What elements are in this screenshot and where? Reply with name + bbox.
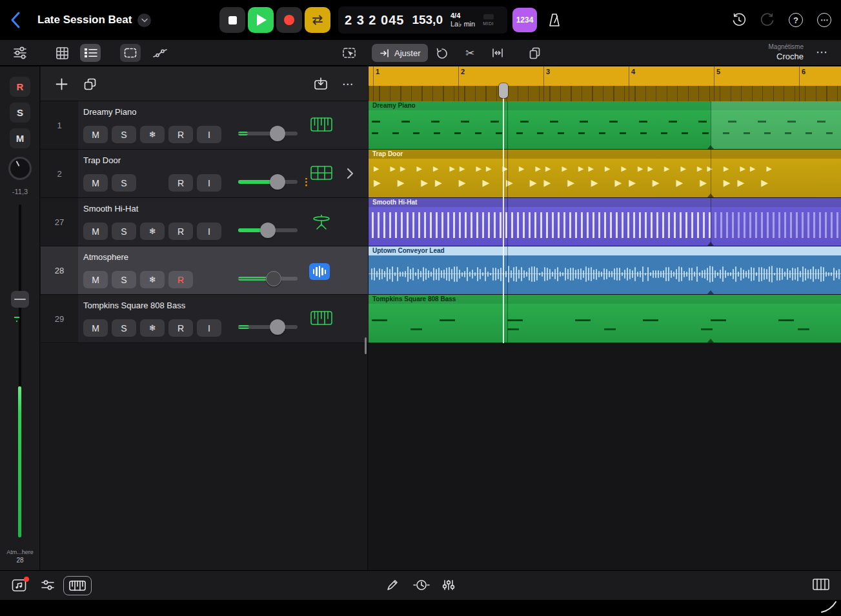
region-uptown-conveyor-lead[interactable]: Uptown Conveyor Lead: [369, 246, 841, 294]
redo-button[interactable]: [760, 12, 775, 28]
input-monitor-button[interactable]: I: [197, 223, 221, 240]
play-surface-keyboard-button[interactable]: [63, 576, 92, 595]
time-quantize-button[interactable]: [413, 579, 430, 591]
mute-button[interactable]: M: [83, 223, 108, 240]
solo-button[interactable]: S: [112, 126, 136, 143]
playhead-handle[interactable]: [499, 83, 508, 98]
mixer-button[interactable]: [40, 579, 56, 591]
volume-knob[interactable]: [270, 319, 285, 335]
track-header-atmosphere[interactable]: 28 Atmosphere M S ❄ R: [41, 246, 368, 295]
rail-record-enable-button[interactable]: R: [10, 77, 30, 97]
record-enable-button[interactable]: R: [168, 223, 193, 240]
region-boundary: [711, 101, 711, 149]
volume-knob[interactable]: [270, 174, 285, 190]
copy-regions-button[interactable]: [524, 44, 545, 62]
record-enable-button[interactable]: R: [168, 319, 193, 337]
audio-waveform-button[interactable]: [309, 263, 330, 280]
record-enable-button[interactable]: R: [168, 174, 193, 192]
track-stack-chevron[interactable]: [347, 168, 354, 179]
metronome-button[interactable]: [542, 8, 567, 32]
stop-button[interactable]: [219, 7, 245, 33]
keyboard-icon: [69, 581, 86, 591]
solo-button[interactable]: S: [112, 271, 136, 288]
marquee-tool-button[interactable]: [120, 44, 141, 62]
play-button[interactable]: [248, 7, 274, 33]
track-header-dreamy-piano[interactable]: 1 Dreamy Piano M S ❄ R I: [41, 101, 368, 150]
solo-button[interactable]: S: [112, 174, 136, 192]
tracks-view-button[interactable]: [80, 44, 101, 62]
freeze-button[interactable]: ❄: [140, 126, 165, 143]
lcd-display[interactable]: 2 3 2 045 153,0 4/4 La♭ min MIDI: [338, 6, 507, 34]
pan-knob[interactable]: [8, 157, 32, 180]
volume-knob[interactable]: [260, 223, 276, 238]
volume-slider[interactable]: [238, 325, 298, 329]
track-header-tompkins-808-bass[interactable]: 29 Tompkins Square 808 Bass M S ❄ R I: [41, 295, 368, 343]
select-regions-button[interactable]: [339, 44, 360, 62]
record-enable-button[interactable]: R: [168, 126, 193, 143]
import-to-track-button[interactable]: [312, 75, 330, 92]
input-monitor-button[interactable]: I: [197, 174, 221, 192]
mute-button[interactable]: M: [83, 319, 108, 337]
region-trap-door[interactable]: Trap Door: [369, 150, 841, 197]
magnetism-setting[interactable]: Magnétisme Croche: [769, 43, 804, 62]
volume-knob[interactable]: [266, 271, 281, 286]
title-dropdown-button[interactable]: [137, 14, 151, 27]
rail-track-number: 28: [0, 557, 40, 564]
freeze-button[interactable]: ❄: [140, 223, 165, 240]
freeze-button[interactable]: ❄: [140, 271, 165, 288]
library-sidebar-button[interactable]: [10, 44, 30, 62]
input-monitor-button[interactable]: I: [197, 126, 221, 143]
rail-solo-button[interactable]: S: [10, 103, 30, 123]
browser-button[interactable]: [12, 579, 27, 592]
trim-tool-button[interactable]: [487, 44, 508, 62]
region-tompkins-808-bass[interactable]: Tompkins Square 808 Bass: [369, 295, 841, 343]
solo-button[interactable]: S: [112, 319, 136, 337]
plugins-button[interactable]: [441, 579, 456, 591]
volume-slider[interactable]: [238, 180, 298, 184]
automation-button[interactable]: [150, 44, 170, 62]
project-title-menu[interactable]: Late Session Beat: [37, 0, 151, 40]
instrument-piano-icon[interactable]: [310, 117, 332, 132]
input-monitor-button[interactable]: I: [197, 319, 221, 337]
track-number: 27: [41, 198, 78, 246]
mute-button[interactable]: M: [83, 126, 108, 143]
piano-keys-button[interactable]: [813, 579, 829, 590]
freeze-button[interactable]: ❄: [140, 319, 165, 337]
snap-adjust-button[interactable]: Ajuster: [372, 44, 428, 62]
split-tool-button[interactable]: ✂: [460, 44, 480, 62]
instrument-piano-icon[interactable]: [310, 310, 332, 326]
track-header-trap-door[interactable]: 2 Trap Door M S R I ⋮: [41, 150, 368, 198]
mute-button[interactable]: M: [83, 271, 108, 288]
history-button[interactable]: [731, 12, 747, 28]
volume-slider[interactable]: [238, 132, 298, 135]
more-button[interactable]: ⋯: [816, 12, 832, 28]
volume-slider[interactable]: [238, 277, 298, 281]
instrument-drum-machine-icon[interactable]: [310, 165, 332, 181]
toolbar-more-button[interactable]: ⋯: [816, 45, 828, 59]
volume-knob[interactable]: [270, 126, 285, 141]
solo-button[interactable]: S: [112, 223, 136, 240]
headers-scrollbar[interactable]: [365, 337, 367, 354]
volume-fader-handle[interactable]: [11, 291, 29, 308]
record-enable-button[interactable]: R: [168, 271, 193, 288]
count-in-button[interactable]: 1234: [512, 8, 537, 32]
bar-number: 1: [376, 68, 380, 75]
region-smooth-hi-hat[interactable]: Smooth Hi-Hat: [369, 198, 841, 246]
mute-button[interactable]: M: [83, 174, 108, 192]
track-header-smooth-hi-hat[interactable]: 27 Smooth Hi-Hat M S ❄ R I: [41, 198, 368, 246]
back-button[interactable]: [9, 11, 26, 29]
add-track-button[interactable]: [52, 75, 70, 92]
editor-pencil-button[interactable]: [386, 579, 399, 591]
instrument-hi-hat-icon[interactable]: [310, 214, 332, 230]
grid-view-button[interactable]: [52, 44, 72, 62]
duplicate-track-button[interactable]: [81, 75, 99, 92]
bar-ruler[interactable]: 1 2 3 4 5 6: [369, 66, 841, 101]
region-dreamy-piano[interactable]: Dreamy Piano: [369, 101, 841, 149]
track-headers-more-button[interactable]: ⋯: [339, 75, 357, 92]
loop-tool-button[interactable]: [432, 44, 453, 62]
cycle-button[interactable]: [305, 7, 330, 33]
volume-slider[interactable]: [238, 228, 298, 232]
help-button[interactable]: ?: [788, 12, 804, 28]
record-button[interactable]: [276, 7, 302, 33]
rail-mute-button[interactable]: M: [10, 128, 30, 148]
